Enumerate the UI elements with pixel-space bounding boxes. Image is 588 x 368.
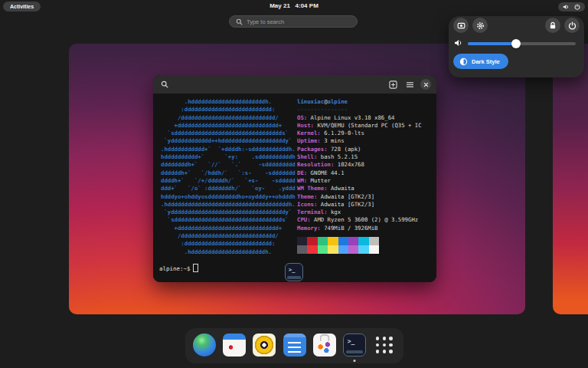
volume-slider-handle[interactable]: [511, 39, 521, 48]
shell-prompt: alpine:~$: [159, 264, 198, 272]
terminal-content: .hddddddddddddddddddddddh. :dddddddddddd…: [153, 94, 436, 282]
search-bar[interactable]: [229, 15, 358, 28]
neofetch-ascii-art: .hddddddddddddddddddddddh. :dddddddddddd…: [161, 98, 296, 256]
software-icon: [313, 334, 336, 356]
terminal-cursor: [193, 264, 198, 272]
calendar-icon: [223, 334, 246, 356]
running-indicator: [353, 360, 355, 362]
dock-icon-web-browser[interactable]: [192, 332, 217, 360]
files-icon: [283, 334, 306, 356]
quick-settings-panel: Dark Style: [449, 16, 584, 77]
app-grid-icon: [374, 335, 394, 355]
dock-icon-calendar[interactable]: [222, 332, 247, 360]
system-status-area[interactable]: [558, 2, 585, 12]
neofetch-info: linuxiac@alpine---------------OS: Alpine…: [297, 98, 422, 254]
terminal-search-button[interactable]: [158, 78, 171, 90]
search-input[interactable]: [247, 18, 351, 25]
dark-style-toggle[interactable]: Dark Style: [453, 54, 508, 69]
search-icon: [236, 18, 243, 25]
menu-button[interactable]: [403, 78, 416, 90]
music-icon: [253, 334, 276, 356]
web-browser-icon: [193, 334, 216, 356]
dock-icon-console[interactable]: [342, 332, 367, 360]
clock[interactable]: May 21 4:04 PM: [0, 2, 588, 9]
terminal-titlebar: [153, 75, 436, 94]
screenshot-button[interactable]: [453, 18, 469, 33]
top-bar: Activities May 21 4:04 PM: [0, 0, 588, 12]
settings-gear-button[interactable]: [472, 18, 488, 33]
power-icon: [574, 4, 580, 10]
close-button[interactable]: [420, 79, 431, 90]
terminal-window[interactable]: .hddddddddddddddddddddddh. :dddddddddddd…: [153, 75, 436, 282]
lock-screen-button[interactable]: [545, 18, 560, 33]
dock-icon-software[interactable]: [312, 332, 337, 360]
volume-slider[interactable]: [468, 42, 576, 45]
console-window-app-icon[interactable]: [285, 263, 303, 281]
dock-icon-app-grid[interactable]: [372, 332, 397, 360]
dock-icon-music[interactable]: [252, 332, 276, 360]
workspace-preview-next[interactable]: [553, 44, 588, 314]
new-tab-button[interactable]: [387, 78, 399, 90]
dock-icon-files[interactable]: [283, 332, 307, 360]
speaker-icon: [563, 4, 570, 10]
palette-row-bright: [297, 245, 422, 254]
palette-row-normal: [297, 237, 422, 245]
dock: [185, 328, 403, 363]
dark-style-label: Dark Style: [472, 58, 500, 65]
power-menu-button[interactable]: [564, 18, 580, 33]
dark-style-moon-icon: [459, 58, 468, 66]
volume-icon: [454, 39, 463, 47]
console-icon: [343, 334, 366, 356]
volume-slider-fill: [468, 42, 516, 45]
